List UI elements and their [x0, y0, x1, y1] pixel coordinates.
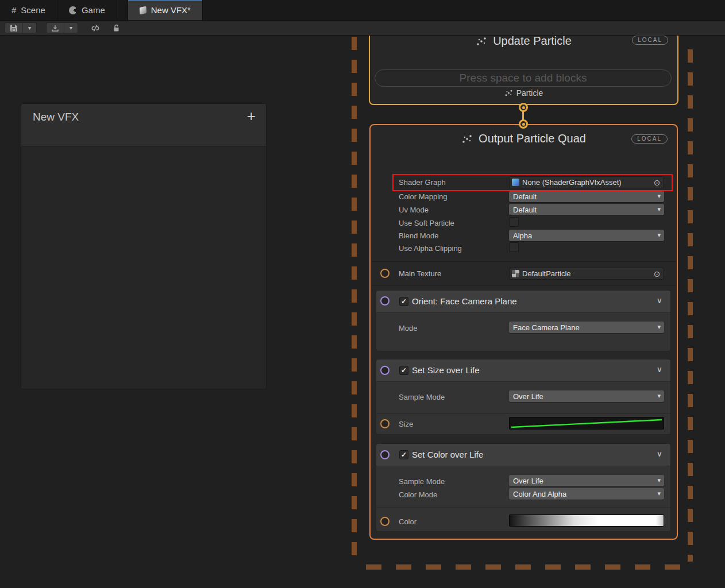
particle-context-icon: [461, 134, 473, 144]
collapse-chevron-icon[interactable]: ∨: [657, 296, 662, 305]
main-texture-port[interactable]: [380, 269, 390, 278]
tab-game-label: Game: [82, 5, 105, 15]
texture-asset-icon: [512, 270, 519, 277]
dropdown-value: Face Camera Plane: [513, 323, 580, 332]
system-boundary-dash-right: [688, 49, 693, 562]
set-color-block-port[interactable]: [380, 450, 390, 459]
particle-context-icon: [476, 37, 487, 46]
chevron-down-icon: ▾: [657, 477, 661, 484]
color-mode-dropdown[interactable]: Color And Alpha ▾: [509, 488, 664, 500]
output-particle-quad-node[interactable]: Output Particle Quad LOCAL Shader Graph …: [369, 124, 678, 540]
collapse-chevron-icon[interactable]: ∨: [657, 449, 662, 458]
block-set-color-over-life[interactable]: ✓ Set Color over Life ∨ Sample Mode Over…: [376, 443, 671, 532]
lock-button[interactable]: [108, 22, 124, 33]
chevron-down-icon: ▾: [657, 323, 661, 331]
block-header[interactable]: ✓ Set Size over Life ∨: [376, 359, 670, 382]
flow-anchor-output[interactable]: [519, 103, 528, 112]
set-size-block-port[interactable]: [380, 366, 390, 375]
block-enabled-checkbox[interactable]: ✓: [399, 297, 408, 306]
sample-mode-dropdown[interactable]: Over Life ▾: [509, 475, 664, 486]
tab-new-vfx-label: New VFX*: [151, 5, 191, 15]
unlink-button[interactable]: [87, 22, 103, 33]
divider: [372, 285, 676, 286]
block-orient-face-camera-plane[interactable]: ✓ Orient: Face Camera Plane ∨ Mode Face …: [376, 290, 671, 351]
blend-mode-label: Blend Mode: [399, 231, 438, 240]
particle-output-port-label: Particle: [370, 88, 677, 98]
block-title: Set Size over Life: [412, 365, 480, 375]
dropdown-value: Default: [513, 192, 537, 201]
divider: [376, 507, 670, 508]
unlink-icon: [90, 24, 101, 32]
save-icon: [10, 24, 18, 32]
main-texture-label: Main Texture: [399, 269, 441, 278]
particle-port-text: Particle: [516, 88, 543, 98]
check-icon: ✓: [401, 451, 407, 459]
blackboard-panel[interactable]: New VFX +: [21, 103, 267, 389]
block-set-size-over-life[interactable]: ✓ Set Size over Life ∨ Sample Mode Over …: [376, 359, 671, 435]
node-title-row: Output Particle Quad: [371, 132, 677, 145]
blend-mode-dropdown[interactable]: Alpha ▾: [509, 230, 664, 241]
block-header[interactable]: ✓ Orient: Face Camera Plane ∨: [376, 291, 670, 313]
chevron-down-icon: ▾: [657, 392, 661, 400]
node-title: Output Particle Quad: [479, 132, 586, 145]
color-label: Color: [399, 517, 417, 526]
block-enabled-checkbox[interactable]: ✓: [399, 366, 408, 375]
object-picker-icon[interactable]: ⊙: [652, 269, 662, 278]
open-lock-icon: [113, 24, 120, 32]
color-gradient-field[interactable]: [509, 514, 664, 527]
color-input-port[interactable]: [380, 517, 390, 526]
chevron-down-icon: ▾: [657, 192, 661, 200]
sample-mode-label: Sample Mode: [399, 393, 445, 401]
dropdown-value: Alpha: [513, 231, 532, 240]
use-soft-particle-checkbox[interactable]: [509, 217, 519, 227]
dropdown-value: Color And Alpha: [513, 490, 566, 498]
sample-mode-dropdown[interactable]: Over Life ▾: [509, 390, 664, 402]
collapse-chevron-icon[interactable]: ∨: [657, 365, 662, 374]
uv-mode-dropdown[interactable]: Default ▾: [509, 204, 664, 215]
node-title-row: Update Particle: [370, 34, 677, 48]
curve-preview: [510, 417, 664, 429]
use-alpha-clipping-checkbox[interactable]: [509, 242, 519, 252]
main-texture-object-field[interactable]: DefaultParticle ⊙: [509, 268, 664, 280]
color-mapping-label: Color Mapping: [399, 192, 448, 201]
add-property-button[interactable]: +: [247, 107, 256, 125]
color-mode-label: Color Mode: [399, 490, 437, 499]
system-boundary-dash-bottom: [366, 564, 692, 570]
size-curve-field[interactable]: [509, 417, 664, 430]
shader-graph-highlight-box: [392, 174, 673, 191]
save-button-group: ▾: [5, 22, 37, 33]
divider: [372, 261, 676, 262]
local-badge: LOCAL: [632, 36, 668, 45]
mode-dropdown[interactable]: Face Camera Plane ▾: [509, 322, 664, 333]
size-input-port[interactable]: [380, 419, 390, 428]
save-options-dropdown[interactable]: ▾: [22, 23, 36, 33]
check-icon: ✓: [401, 297, 407, 305]
blackboard-title: New VFX: [33, 111, 79, 123]
tab-new-vfx[interactable]: New VFX*: [128, 0, 203, 20]
use-alpha-clipping-label: Use Alpha Clipping: [399, 244, 462, 253]
divider: [376, 413, 670, 414]
chevron-down-icon: ▾: [657, 490, 661, 497]
dropdown-value: Over Life: [513, 392, 543, 401]
orient-block-port[interactable]: [380, 296, 390, 305]
tab-scene[interactable]: # Scene: [0, 0, 57, 20]
chevron-down-icon: ▾: [70, 25, 72, 31]
tab-scene-label: Scene: [21, 5, 45, 15]
block-header[interactable]: ✓ Set Color over Life ∨: [376, 444, 670, 466]
save-button[interactable]: [5, 23, 22, 33]
import-options-dropdown[interactable]: ▾: [64, 23, 78, 33]
block-title: Orient: Face Camera Plane: [412, 296, 517, 306]
vfx-asset-icon: [139, 6, 146, 14]
main-texture-value: DefaultParticle: [522, 269, 649, 278]
flow-anchor-input[interactable]: [519, 119, 528, 129]
color-mapping-dropdown[interactable]: Default ▾: [509, 191, 664, 202]
import-button[interactable]: [47, 23, 64, 33]
dropdown-value: Default: [513, 206, 537, 214]
block-enabled-checkbox[interactable]: ✓: [399, 450, 408, 459]
add-block-placeholder[interactable]: Press space to add blocks: [375, 69, 672, 87]
node-title: Update Particle: [493, 34, 572, 48]
mode-label: Mode: [399, 324, 418, 332]
graph-toolbar: ▾ ▾: [0, 21, 725, 36]
tab-bar: # Scene Game New VFX*: [0, 0, 725, 21]
tab-game[interactable]: Game: [57, 0, 117, 20]
